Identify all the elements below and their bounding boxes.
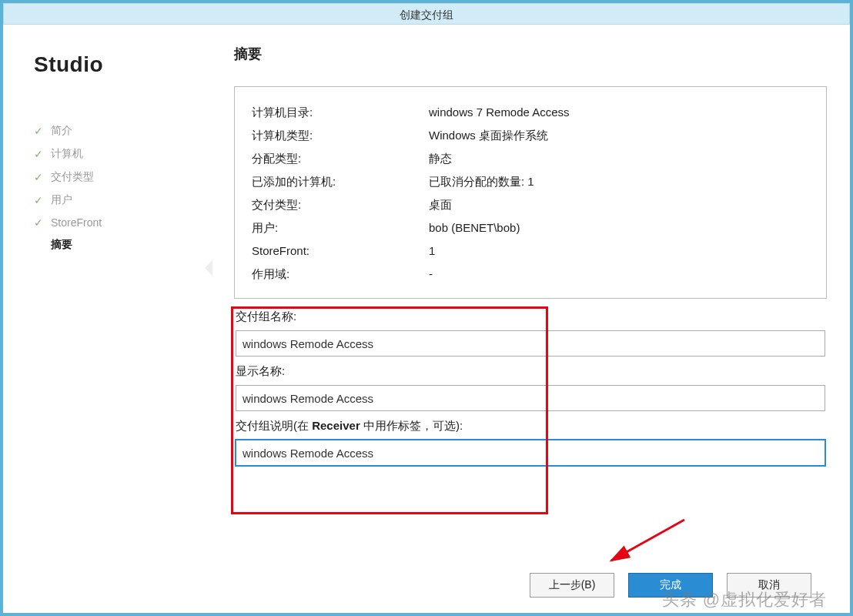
step-machines[interactable]: ✓计算机 — [34, 142, 203, 166]
summary-row-catalog: 计算机目录:windows 7 Remode Access — [252, 101, 809, 124]
delivery-group-name-label: 交付组名称: — [236, 310, 825, 324]
window-title: 创建交付组 — [3, 3, 850, 25]
display-name-label: 显示名称: — [236, 364, 825, 379]
wizard-steps: ✓简介 ✓计算机 ✓交付类型 ✓用户 ✓StoreFront ✓摘要 — [34, 119, 203, 256]
summary-row-storefront: StoreFront:1 — [252, 239, 809, 263]
check-icon: ✓ — [34, 125, 45, 137]
summary-row-machine-type: 计算机类型:Windows 桌面操作系统 — [252, 124, 809, 147]
summary-row-added: 已添加的计算机:已取消分配的数量: 1 — [252, 170, 809, 193]
step-delivery-type[interactable]: ✓交付类型 — [34, 166, 203, 189]
step-users[interactable]: ✓用户 — [34, 189, 203, 212]
delivery-group-name-input[interactable] — [236, 330, 825, 357]
summary-row-allocation: 分配类型:静态 — [252, 147, 809, 170]
form-section: 交付组名称: 显示名称: 交付组说明(在 Receiver 中用作标签，可选): — [234, 310, 827, 466]
summary-row-scope: 作用域:- — [252, 263, 809, 286]
check-icon: ✓ — [34, 194, 45, 206]
summary-box: 计算机目录:windows 7 Remode Access 计算机类型:Wind… — [234, 86, 827, 299]
check-icon: ✓ — [34, 148, 45, 160]
step-summary[interactable]: ✓摘要 — [34, 233, 203, 256]
description-label: 交付组说明(在 Receiver 中用作标签，可选): — [236, 419, 825, 434]
finish-button[interactable]: 完成 — [628, 573, 713, 598]
main-panel: 摘要 计算机目录:windows 7 Remode Access 计算机类型:W… — [211, 37, 835, 605]
summary-row-delivery-type: 交付类型:桌面 — [252, 193, 809, 216]
step-storefront[interactable]: ✓StoreFront — [34, 212, 203, 233]
window-body: Studio ✓简介 ✓计算机 ✓交付类型 ✓用户 ✓StoreFront ✓摘… — [3, 25, 850, 613]
check-icon: ✓ — [34, 171, 45, 183]
button-row: 上一步(B) 完成 取消 — [530, 573, 811, 598]
studio-logo: Studio — [34, 52, 203, 77]
back-button[interactable]: 上一步(B) — [530, 573, 614, 598]
summary-row-users: 用户:bob (BENET\bob) — [252, 216, 809, 239]
step-intro[interactable]: ✓简介 — [34, 119, 203, 142]
annotation-arrow — [600, 516, 692, 573]
description-input[interactable] — [236, 440, 825, 466]
svg-line-0 — [611, 520, 684, 561]
cancel-button[interactable]: 取消 — [727, 573, 811, 598]
wizard-sidebar: Studio ✓简介 ✓计算机 ✓交付类型 ✓用户 ✓StoreFront ✓摘… — [18, 37, 211, 605]
display-name-input[interactable] — [236, 385, 825, 411]
wedge-indicator — [205, 260, 212, 276]
check-icon: ✓ — [34, 216, 45, 229]
page-title: 摘要 — [234, 45, 827, 63]
